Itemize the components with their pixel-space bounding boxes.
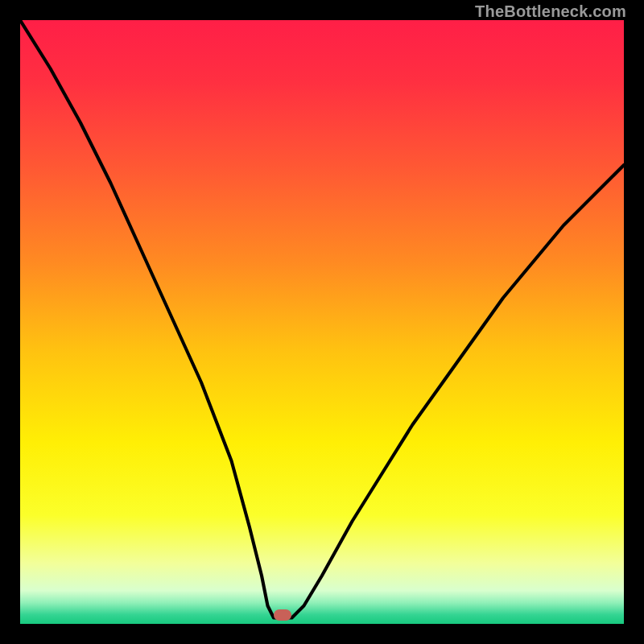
plot-area — [20, 20, 624, 624]
watermark-text: TheBottleneck.com — [475, 2, 626, 21]
chart-frame: TheBottleneck.com — [0, 0, 644, 644]
bottleneck-curve — [20, 20, 624, 624]
optimal-point-marker — [274, 609, 291, 621]
